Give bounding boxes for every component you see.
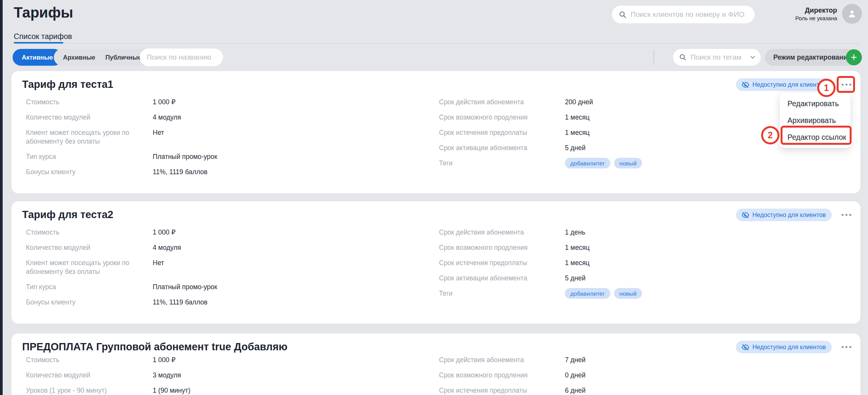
- field-row: Количество модулей3 модуля: [26, 371, 289, 380]
- tag-chip: добавилитег: [565, 158, 610, 168]
- field-value: 5 дней: [565, 274, 586, 283]
- field-value: 6 дней: [565, 386, 586, 395]
- field-value: 1 (90 минут): [153, 386, 190, 395]
- unavailable-badge: Недоступно для клиентов: [736, 341, 831, 353]
- tariff-card-3: ПРЕДОПЛАТА Групповой абонемент true Доба…: [11, 333, 860, 395]
- avatar[interactable]: [842, 4, 862, 24]
- field-row: Срок действия абонемента200 дней: [439, 98, 737, 107]
- field-row: Бонусы клиенту11%, 1119 баллов: [26, 298, 289, 307]
- annotation-box-more-button: [837, 76, 855, 93]
- field-label: Бонусы клиенту: [26, 298, 130, 307]
- search-icon: [679, 53, 687, 61]
- tariff-title: Тариф для теста1: [22, 79, 113, 91]
- unavailable-badge-label: Недоступно для клиентов: [752, 81, 826, 88]
- field-label: Срок истечения предоплаты: [439, 386, 542, 395]
- tariff-card-2: Тариф для теста2 Недоступно для клиентов…: [11, 201, 860, 324]
- field-row: Срок активации абонемента5 дней: [439, 274, 737, 283]
- name-search-input[interactable]: [147, 53, 217, 62]
- field-label: Срок возможного продления: [439, 371, 542, 380]
- field-label: Уроков (1 урок - 90 минут): [26, 386, 130, 395]
- tab-active-underline: [14, 42, 63, 44]
- name-search[interactable]: [140, 49, 223, 66]
- field-value: 1 месяц: [565, 128, 590, 137]
- field-row: Стоимость1 000 ₽: [26, 228, 289, 237]
- field-label: Количество модулей: [26, 243, 130, 252]
- search-icon: [619, 11, 627, 19]
- field-value: 200 дней: [565, 98, 593, 107]
- eye-off-icon: [742, 81, 749, 89]
- field-label: Количество модулей: [26, 113, 130, 122]
- collapsed-sidebar-strip: [0, 0, 3, 395]
- field-label: Стоимость: [26, 228, 130, 237]
- add-tariff-button[interactable]: +: [846, 49, 862, 65]
- field-value: Платный промо-урок: [153, 283, 217, 291]
- field-value: 4 модуля: [153, 243, 181, 252]
- field-row: Срок возможного продления0 дней: [439, 371, 737, 380]
- tariff-title: ПРЕДОПЛАТА Групповой абонемент true Доба…: [22, 341, 287, 353]
- tag-chip: новый: [614, 158, 642, 168]
- eye-off-icon: [742, 343, 749, 351]
- field-label: Клиент может посещать уроки по абонемент…: [26, 128, 130, 146]
- field-row: Тип курсаПлатный промо-урок: [26, 283, 289, 291]
- field-row: Стоимость1 000 ₽: [26, 98, 289, 107]
- card-more-button[interactable]: [841, 212, 852, 219]
- card-more-button[interactable]: [841, 344, 852, 351]
- field-row: Срок возможного продления1 месяц: [439, 113, 737, 122]
- tag-chip: добавилитег: [565, 288, 610, 299]
- tags-row: Теги добавилитег новый: [439, 159, 737, 168]
- field-value: 1 000 ₽: [153, 98, 176, 107]
- field-row: Клиент может посещать уроки по абонемент…: [26, 259, 289, 276]
- field-row: Стоимость1 000 ₽: [26, 356, 289, 364]
- field-value: 1 месяц: [565, 259, 590, 267]
- field-row: Количество модулей4 модуля: [26, 113, 289, 122]
- menu-item-edit[interactable]: Редактировать: [780, 95, 850, 112]
- field-value: 4 модуля: [153, 113, 181, 122]
- tag-search-input[interactable]: [691, 53, 745, 62]
- tabs-divider-line: [14, 43, 860, 44]
- field-row: Срок действия абонемента1 день: [439, 228, 737, 237]
- field-value: 1 месяц: [565, 243, 590, 252]
- field-label: Срок действия абонемента: [439, 228, 542, 237]
- tags-label: Теги: [439, 159, 542, 168]
- clients-search[interactable]: [612, 6, 755, 23]
- field-label: Тип курса: [26, 152, 130, 161]
- field-label: Бонусы клиенту: [26, 168, 130, 176]
- field-value: 1 месяц: [565, 113, 590, 122]
- field-row: Срок активации абонемента5 дней: [439, 144, 737, 152]
- field-value: 0 дней: [565, 371, 586, 380]
- annotation-box-link-editor: [781, 126, 852, 145]
- field-row: Срок действия абонемента7 дней: [439, 356, 737, 364]
- field-value: 3 модуля: [153, 371, 181, 380]
- field-label: Срок действия абонемента: [439, 356, 542, 364]
- chevron-down-icon[interactable]: [749, 54, 756, 61]
- clients-search-input[interactable]: [631, 10, 749, 19]
- field-value: 7 дней: [565, 356, 586, 364]
- user-block[interactable]: Директор Роль не указана: [795, 4, 862, 24]
- field-label: Тип курса: [26, 283, 130, 291]
- tags-label: Теги: [439, 289, 542, 299]
- unavailable-badge-label: Недоступно для клиентов: [752, 344, 826, 351]
- filters-divider: [653, 50, 654, 65]
- field-value: 1 000 ₽: [153, 228, 176, 237]
- field-value: 11%, 1119 баллов: [153, 168, 208, 176]
- field-value: Нет: [153, 128, 164, 146]
- field-value: 11%, 1119 баллов: [153, 298, 208, 307]
- field-label: Срок возможного продления: [439, 113, 542, 122]
- edit-mode-button[interactable]: Режим редактирования: [765, 49, 860, 66]
- field-row: Срок истечения предоплаты6 дней: [439, 386, 737, 395]
- field-label: Срок истечения предоплаты: [439, 259, 542, 267]
- tariff-title: Тариф для теста2: [22, 209, 113, 221]
- field-label: Срок активации абонемента: [439, 144, 542, 152]
- field-value: 1 000 ₽: [153, 356, 176, 364]
- tag-search[interactable]: [673, 49, 761, 66]
- tags-row: Теги добавилитег новый: [439, 289, 737, 299]
- tab-tariff-list[interactable]: Список тарифов: [14, 32, 72, 41]
- field-label: Срок истечения предоплаты: [439, 128, 542, 137]
- field-row: Бонусы клиенту11%, 1119 баллов: [26, 168, 289, 176]
- field-row: Срок истечения предоплаты1 месяц: [439, 128, 737, 137]
- field-label: Клиент может посещать уроки по абонемент…: [26, 259, 130, 276]
- field-row: Количество модулей4 модуля: [26, 243, 289, 252]
- field-row: Срок истечения предоплаты1 месяц: [439, 259, 737, 267]
- field-label: Срок действия абонемента: [439, 98, 542, 107]
- tariff-card-1: Тариф для теста1 Недоступно для клиентов…: [11, 71, 860, 193]
